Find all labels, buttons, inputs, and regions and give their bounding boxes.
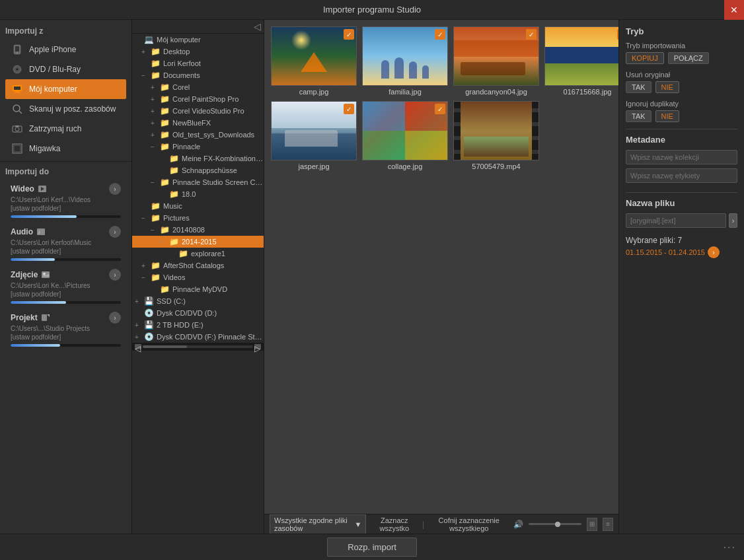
right-panel: Tryb Tryb importowania KOPIUJ POŁĄCZ Usu… (618, 20, 744, 534)
drive-tree-icon: 💾 (144, 297, 155, 306)
thumbnail-collage[interactable]: ✓ collage.jpg (362, 101, 448, 170)
filter-dropdown[interactable]: Wszystkie zgodne pliki zasobów ▼ (270, 514, 366, 534)
close-button[interactable]: ✕ (724, 0, 744, 20)
polacz-button[interactable]: POŁĄCZ (668, 52, 709, 64)
thumb-check-jasper: ✓ (344, 104, 354, 114)
grid-view-button[interactable]: ⊞ (587, 518, 597, 531)
thumbnail-016[interactable]: ✓ 016715668.jpg (544, 26, 618, 96)
tree-item-old-test[interactable]: + 📁 Old_test_sys_Downloads (132, 129, 264, 141)
computer-tree-icon: 💻 (144, 35, 155, 44)
tree-item-corel-videostudio[interactable]: + 📁 Corel VideoStudio Pro (132, 105, 264, 117)
tree-label: Schnappschüsse (182, 166, 237, 174)
sidebar-item-scan[interactable]: Skanuj w posz. zasobów (5, 99, 126, 119)
scan-icon (11, 102, 24, 116)
sidebar-item-label: Migawka (29, 144, 60, 153)
tree-item-newbluefx[interactable]: + 📁 NewBlueFX (132, 117, 264, 129)
dest-photo-arrow[interactable]: › (109, 269, 121, 281)
filename-expand-button[interactable]: › (729, 213, 737, 228)
tree-item-dvd-f[interactable]: + 💿 Dysk CD/DVD (F:) Pinnacle Studio (132, 331, 264, 343)
sidebar-item-my-computer[interactable]: Mój komputer (5, 79, 126, 99)
tree-item-hdd-e[interactable]: + 💾 2 TB HDD (E:) (132, 319, 264, 331)
volume-icon: 🔊 (513, 520, 523, 529)
dest-project-arrow[interactable]: › (109, 312, 121, 324)
expand-icon: + (151, 131, 160, 139)
thumb-name-familia: familia.jpg (389, 88, 422, 96)
tree-item-videos[interactable]: − 📁 Videos (132, 271, 264, 283)
filename-input[interactable] (626, 213, 726, 228)
thumb-name-collage: collage.jpg (388, 162, 423, 170)
usun-tak-button[interactable]: TAK (626, 81, 651, 93)
tree-item-schnapp[interactable]: 📁 Schnappschüsse (132, 164, 264, 176)
tree-item-lori-kerfoot[interactable]: 📁 Lori Kerfoot (132, 57, 264, 69)
tree-item-pinnacle-screen[interactable]: − 📁 Pinnacle Studio Screen Capture (132, 176, 264, 188)
tree-item-2014-2015[interactable]: − 📁 2014-2015 (132, 236, 264, 248)
tree-item-pinnacle-mydvd[interactable]: 📁 Pinnacle MyDVD (132, 283, 264, 295)
tree-label: 20140808 (172, 226, 205, 234)
tree-item-meine[interactable]: 📁 Meine FX-Kombinationen (132, 153, 264, 164)
tree-item-18[interactable]: 📁 18.0 (132, 188, 264, 200)
usun-nie-button[interactable]: NIE (655, 81, 679, 93)
tree-item-aftershot[interactable]: + 📁 AfterShot Catalogs (132, 260, 264, 271)
select-all-button[interactable]: Zaznacz wszystko (371, 516, 417, 532)
tree-item-ssd[interactable]: + 💾 SSD (C:) (132, 295, 264, 307)
svg-rect-8 (15, 91, 19, 92)
collection-input[interactable] (626, 150, 737, 164)
divider1 (626, 129, 737, 129)
folder-tree-icon: 📁 (160, 130, 170, 139)
thumbnail-camp[interactable]: ✓ camp.jpg (271, 26, 357, 96)
sidebar-item-apple-iphone[interactable]: Apple iPhone (5, 40, 126, 59)
thumbnail-jasper[interactable]: ✓ jasper.jpg (271, 101, 357, 170)
tree-item-pictures[interactable]: − 📁 Pictures (132, 212, 264, 224)
folder-tree-icon: 📁 (169, 154, 180, 163)
tree-item-corel[interactable]: + 📁 Corel (132, 81, 264, 93)
tree-label: Documents (163, 71, 200, 79)
tree-label: Mój komputer (157, 36, 201, 44)
dest-video-arrow[interactable]: › (109, 183, 121, 195)
svg-rect-16 (14, 145, 20, 152)
tree-item-my-computer[interactable]: 💻 Mój komputer (132, 34, 264, 46)
collapse-tree-button[interactable]: ◁ (254, 21, 261, 32)
tree-item-corel-paintshop[interactable]: + 📁 Corel PaintShop Pro (132, 93, 264, 105)
ignoruj-tak-button[interactable]: TAK (626, 110, 651, 122)
volume-slider[interactable] (529, 523, 581, 525)
tree-label: Corel VideoStudio Pro (172, 107, 244, 115)
sidebar-item-snapshot[interactable]: Migawka (5, 139, 126, 158)
tree-item-music[interactable]: 📁 Music (132, 200, 264, 212)
thumbnail-video[interactable]: 57005479.mp4 (453, 101, 539, 170)
dest-video-path: C:\Users\Lori Kerf...\Videos[ustaw podfo… (11, 195, 121, 213)
dest-audio-path: C:\Users\Lori Kerfoot\Music[ustaw podfol… (11, 238, 121, 256)
deselect-all-button[interactable]: Cofnij zaznaczenie wszystkiego (429, 516, 508, 532)
import-to-title: Importuj do (5, 167, 126, 176)
tree-label: Dysk CD/DVD (D:) (157, 309, 217, 317)
start-import-button[interactable]: Rozp. import (327, 538, 417, 557)
thumbnail-grandcanyon[interactable]: ✓ grandcanyon04.jpg (453, 26, 539, 96)
scroll-right-button[interactable]: ▷ (254, 344, 261, 349)
scroll-left-button[interactable]: ◁ (135, 344, 141, 349)
tree-item-desktop[interactable]: + 📁 Desktop (132, 46, 264, 57)
thumbnail-familia[interactable]: ✓ familia.jpg (362, 26, 448, 96)
svg-rect-7 (14, 87, 20, 90)
folder-tree-icon: 📁 (160, 285, 170, 294)
tree-item-20140808[interactable]: − 📁 20140808 (132, 224, 264, 236)
expand-icon: − (151, 143, 160, 151)
thumb-check-camp: ✓ (344, 29, 354, 40)
dest-audio-arrow[interactable]: › (109, 226, 121, 238)
folder-tree-icon: 📁 (178, 249, 189, 258)
tree-item-pinnacle[interactable]: − 📁 Pinnacle (132, 141, 264, 153)
tree-item-dvd-d[interactable]: 💿 Dysk CD/DVD (D:) (132, 307, 264, 319)
folder-tree-icon: 📁 (160, 94, 170, 104)
tag-input[interactable] (626, 168, 737, 183)
ignoruj-nie-button[interactable]: NIE (655, 110, 679, 122)
tree-item-documents[interactable]: − 📁 Documents (132, 69, 264, 81)
list-view-button[interactable]: ≡ (603, 518, 613, 531)
sidebar-item-dvd[interactable]: DVD / Blu-Ray (5, 59, 126, 79)
sidebar-item-capture[interactable]: Zatrzymaj ruch (5, 119, 126, 139)
svg-line-11 (19, 111, 22, 114)
tree-item-explorare1[interactable]: 📁 explorare1 (132, 248, 264, 260)
kopiuj-button[interactable]: KOPIUJ (626, 52, 664, 64)
svg-rect-24 (42, 314, 47, 321)
date-arrow-button[interactable]: › (708, 246, 720, 258)
tree-label: Pinnacle (172, 143, 200, 151)
ignoruj-buttons: TAK NIE (626, 110, 737, 122)
svg-rect-9 (14, 92, 20, 93)
